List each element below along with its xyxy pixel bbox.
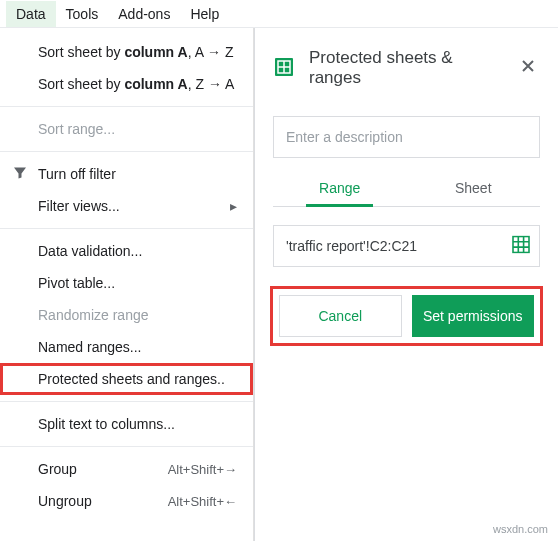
menu-ungroup[interactable]: Ungroup Alt+Shift+← <box>0 485 253 517</box>
menu-divider <box>0 106 253 107</box>
tab-sheet[interactable]: Sheet <box>407 172 541 206</box>
menu-label: Group <box>38 461 77 477</box>
data-menu-dropdown: Sort sheet by column A, A → Z Sort sheet… <box>0 28 254 541</box>
menu-label: Split text to columns... <box>38 416 175 432</box>
set-permissions-button[interactable]: Set permissions <box>412 295 535 337</box>
menu-divider <box>0 151 253 152</box>
menu-pivot-table[interactable]: Pivot table... <box>0 267 253 299</box>
cancel-button[interactable]: Cancel <box>279 295 402 337</box>
actions-highlight: Cancel Set permissions <box>273 289 540 343</box>
shortcut-label: Alt+Shift+← <box>168 494 237 509</box>
menubar-item-tools[interactable]: Tools <box>56 1 109 27</box>
shortcut-label: Alt+Shift+→ <box>168 462 237 477</box>
menubar-item-addons[interactable]: Add-ons <box>108 1 180 27</box>
menu-sort-sheet-desc[interactable]: Sort sheet by column A, Z → A <box>0 68 253 100</box>
select-range-icon[interactable] <box>512 236 530 257</box>
menu-filter-views[interactable]: Filter views... ▸ <box>0 190 253 222</box>
menu-divider <box>0 401 253 402</box>
menu-label: Ungroup <box>38 493 92 509</box>
menu-split-text[interactable]: Split text to columns... <box>0 408 253 440</box>
menu-label: Protected sheets and ranges.. <box>38 371 225 387</box>
menu-randomize-range: Randomize range <box>0 299 253 331</box>
menubar: Data Tools Add-ons Help <box>0 0 558 28</box>
menu-group[interactable]: Group Alt+Shift+→ <box>0 453 253 485</box>
panel-tabs: Range Sheet <box>273 172 540 207</box>
sheets-icon <box>273 56 295 81</box>
svg-rect-4 <box>513 237 529 253</box>
submenu-arrow-icon: ▸ <box>230 198 237 214</box>
menu-data-validation[interactable]: Data validation... <box>0 235 253 267</box>
tab-range[interactable]: Range <box>273 172 407 206</box>
menu-label: Named ranges... <box>38 339 142 355</box>
menu-sort-range: Sort range... <box>0 113 253 145</box>
menu-sort-sheet-asc[interactable]: Sort sheet by column A, A → Z <box>0 36 253 68</box>
menu-protected-sheets-ranges[interactable]: Protected sheets and ranges.. <box>0 363 253 395</box>
menu-divider <box>0 446 253 447</box>
filter-icon <box>12 165 28 184</box>
menu-turn-off-filter[interactable]: Turn off filter <box>0 158 253 190</box>
description-input[interactable] <box>273 116 540 158</box>
panel-header: Protected sheets & ranges <box>273 48 540 88</box>
menu-divider <box>0 228 253 229</box>
main-area: Sort sheet by column A, A → Z Sort sheet… <box>0 28 558 541</box>
panel-title: Protected sheets & ranges <box>309 48 502 88</box>
range-input-wrap <box>273 225 540 267</box>
menu-label: Filter views... <box>38 198 120 214</box>
menubar-item-data[interactable]: Data <box>6 1 56 27</box>
menu-named-ranges[interactable]: Named ranges... <box>0 331 253 363</box>
menu-label: Randomize range <box>38 307 149 323</box>
menu-label: Sort sheet by column A, Z → A <box>38 76 234 92</box>
menu-label: Pivot table... <box>38 275 115 291</box>
menu-label: Sort range... <box>38 121 115 137</box>
menu-label: Turn off filter <box>38 166 116 182</box>
watermark: wsxdn.com <box>493 523 548 535</box>
protected-sheets-panel: Protected sheets & ranges Range Sheet <box>254 28 558 541</box>
range-input[interactable] <box>273 225 540 267</box>
close-icon[interactable] <box>516 54 540 83</box>
menu-label: Sort sheet by column A, A → Z <box>38 44 234 60</box>
menubar-item-help[interactable]: Help <box>180 1 229 27</box>
menu-label: Data validation... <box>38 243 142 259</box>
